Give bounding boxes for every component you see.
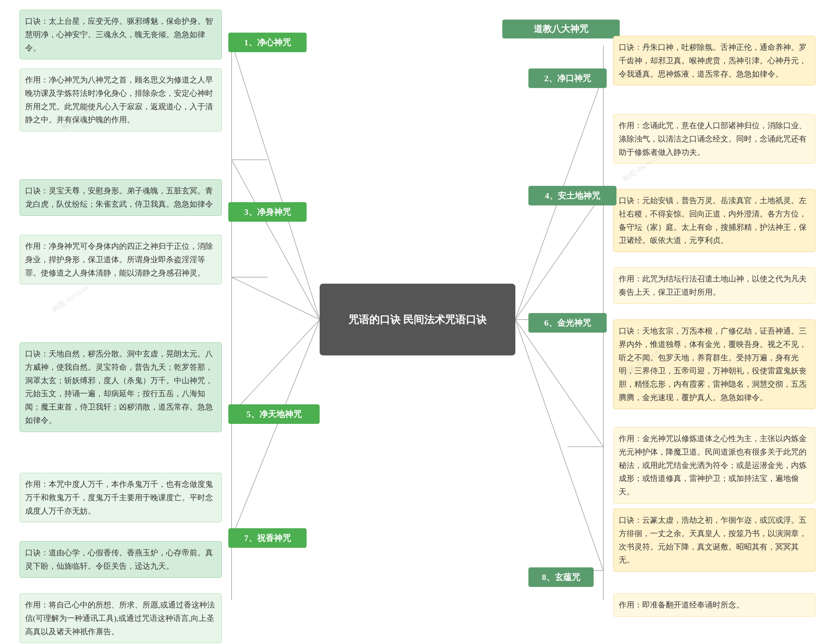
item2-zuoyong-card: 作用：念诵此咒，意在使人口部诸神归位，消除口业、涤除浊气，以清洁之口诵念经文。同… — [613, 114, 816, 164]
item1-koujue-text: 口诀：太上台星，应变无停。驱邪缚魅，保命护身。智慧明净，心神安宁。三魂永久，魄无… — [25, 17, 213, 52]
item4-koujue-text: 口诀：元始安镇，普告万灵。岳渎真官，土地祇灵。左社右稷，不得妄惊。回向正道，内外… — [619, 196, 807, 245]
item6-label: 6、金光神咒 — [528, 313, 607, 333]
item4-label: 4、安土地神咒 — [528, 186, 616, 205]
item3-zuoyong-card: 作用：净身神咒可令身体内的四正之神归于正位，消除身业，捍护身形，保卫道体。所谓身… — [19, 235, 222, 284]
item5-zuoyong-text: 作用：本咒中度人万千，本作杀鬼万千，也有念做度鬼万千和救鬼万千，度鬼万千主要用于… — [25, 480, 213, 515]
item3-zuoyong-text: 作用：净身神咒可令身体内的四正之神归于正位，消除身业，捍护身形，保卫道体。所谓身… — [25, 242, 213, 277]
item6-koujue-text: 口诀：天地玄宗，万炁本根，广修亿劫，证吾神通。三界内外，惟道独尊，体有金光，覆映… — [619, 327, 807, 402]
svg-line-11 — [515, 320, 603, 571]
svg-line-3 — [232, 160, 320, 320]
item8-koujue-card: 口诀：云篆太虚，浩劫之初，乍徊乍迩，或沉或浮。五方徘徊，一丈之余。天真皇人，按筮… — [613, 509, 816, 572]
item6-koujue-card: 口诀：天地玄宗，万炁本根，广修亿劫，证吾神通。三界内外，惟道独尊，体有金光，覆映… — [613, 320, 816, 409]
item7-koujue-text: 口诀：道由心学，心假香传。香燕玉炉，心存帝前。真灵下盼，仙旆临轩。令臣关告，迳达… — [25, 548, 213, 570]
item6-label-text: 6、金光神咒 — [544, 317, 591, 329]
item7-zuoyong-card: 作用：将自己心中的所想、所求、所愿,或通过香这种法信(可理解为一种通讯工具),或… — [19, 594, 222, 643]
center-title-text: 咒语的口诀 民间法术咒语口诀 — [348, 312, 487, 328]
item5-koujue-text: 口诀：天地自然，秽炁分散。洞中玄虚，晃朗太元。八方威神，使我自然。灵宝符命，普告… — [25, 350, 213, 425]
item8-label-text: 8、玄蕴咒 — [542, 572, 580, 583]
item1-label-text: 1、净心神咒 — [244, 37, 291, 48]
item3-koujue-text: 口诀：灵宝天尊，安慰身形。弟子魂魄，五脏玄冥。青龙白虎，队仗纷纭；朱雀玄武，侍卫… — [25, 187, 213, 208]
item5-koujue-card: 口诀：天地自然，秽炁分散。洞中玄虚，晃朗太元。八方威神，使我自然。灵宝符命，普告… — [19, 342, 222, 432]
item6-zuoyong-text: 作用：金光神咒以修炼道体之心性为主，主张以内炼金光元神护体，降魔卫道。民间道派也… — [619, 434, 807, 496]
item3-label-text: 3、净身神咒 — [244, 206, 291, 218]
item4-label-text: 4、安土地神咒 — [545, 190, 600, 201]
main-canvas: 道教八大神咒 咒语的口诀 民间法术咒语口诀 口诀：太上台星，应变无停。驱邪缚魅，… — [0, 0, 835, 644]
item2-zuoyong-text: 作用：念诵此咒，意在使人口部诸神归位，消除口业、涤除浊气，以清洁之口诵念经文。同… — [619, 121, 807, 157]
svg-line-8 — [515, 192, 603, 320]
item5-zuoyong-card: 作用：本咒中度人万千，本作杀鬼万千，也有念做度鬼万千和救鬼万千，度鬼万千主要用于… — [19, 473, 222, 522]
item7-zuoyong-text: 作用：将自己心中的所想、所求、所愿,或通过香这种法信(可理解为一种通讯工具),或… — [25, 601, 215, 636]
item5-label: 5、净天地神咒 — [228, 404, 320, 424]
item1-zuoyong-text: 作用：净心神咒为八神咒之首，顾名思义为修道之人早晚功课及学炼符法时净化身心，排除… — [25, 76, 213, 124]
item8-zuoyong-text: 作用：即准备翻开道经奉诵时所念。 — [619, 601, 744, 609]
svg-line-2 — [232, 42, 320, 320]
item7-koujue-card: 口诀：道由心学，心假香传。香燕玉炉，心存帝前。真灵下盼，仙旆临轩。令臣关告，迳达… — [19, 541, 222, 578]
svg-line-10 — [515, 320, 603, 447]
svg-line-6 — [232, 320, 320, 538]
item3-label: 3、净身神咒 — [228, 202, 307, 222]
watermark-2: 树图 shu tu.cn — [50, 282, 90, 315]
center-title-box: 咒语的口诀 民间法术咒语口诀 — [320, 284, 515, 355]
item2-label-text: 2、净口神咒 — [544, 73, 591, 84]
item8-zuoyong-card: 作用：即准备翻开道经奉诵时所念。 — [613, 594, 816, 616]
item4-zuoyong-card: 作用：此咒为结坛行法召遣土地山神，以使之代为凡夫奏告上天，保卫正道时所用。 — [613, 268, 816, 304]
item6-zuoyong-card: 作用：金光神咒以修炼道体之心性为主，主张以内炼金光元神护体，降魔卫道。民间道派也… — [613, 427, 816, 503]
item4-zuoyong-text: 作用：此咒为结坛行法召遣土地山神，以使之代为凡夫奏告上天，保卫正道时所用。 — [619, 274, 807, 297]
item8-label: 8、玄蕴咒 — [528, 568, 594, 587]
item7-label: 7、祝香神咒 — [228, 528, 307, 548]
item5-label-text: 5、净天地神咒 — [247, 409, 302, 420]
svg-line-5 — [232, 320, 320, 414]
item2-koujue-text: 口诀：丹朱口神，吐秽除氛。舌神正伦，通命养神。罗千齿神，却邪卫真。喉神虎贲，炁神… — [619, 43, 807, 78]
svg-line-4 — [232, 277, 320, 320]
item1-zuoyong-card: 作用：净心神咒为八神咒之首，顾名思义为修道之人早晚功课及学炼符法时净化身心，排除… — [19, 68, 222, 131]
item4-koujue-card: 口诀：元始安镇，普告万灵。岳渎真官，土地祇灵。左社右稷，不得妄惊。回向正道，内外… — [613, 189, 816, 252]
item3-koujue-card: 口诀：灵宝天尊，安慰身形。弟子魂魄，五脏玄冥。青龙白虎，队仗纷纭；朱雀玄武，侍卫… — [19, 179, 222, 216]
item7-label-text: 7、祝香神咒 — [244, 532, 291, 544]
top-right-header: 道教八大神咒 — [502, 19, 620, 39]
item1-koujue-card: 口诀：太上台星，应变无停。驱邪缚魅，保命护身。智慧明净，心神安宁。三魂永久，魄无… — [19, 10, 222, 59]
item2-label: 2、净口神咒 — [528, 68, 607, 88]
item1-label: 1、净心神咒 — [228, 32, 307, 52]
item8-koujue-text: 口诀：云篆太虚，浩劫之初，乍徊乍迩，或沉或浮。五方徘徊，一丈之余。天真皇人，按筮… — [619, 516, 807, 564]
item2-koujue-card: 口诀：丹朱口神，吐秽除氛。舌神正伦，通命养神。罗千齿神，却邪卫真。喉神虎贲，炁神… — [613, 36, 816, 86]
